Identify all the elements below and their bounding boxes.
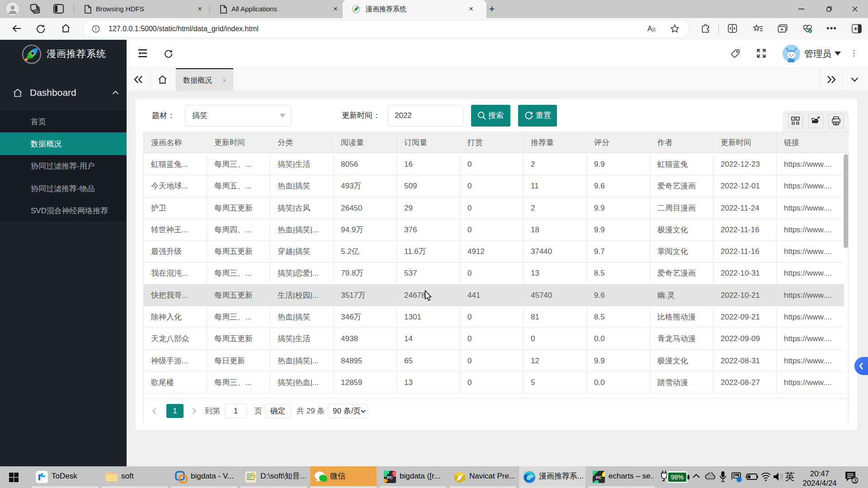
svg-text:98%: 98% bbox=[671, 474, 684, 481]
svg-text:PC: PC bbox=[596, 475, 602, 480]
svg-text:PC: PC bbox=[387, 475, 393, 480]
svg-text:3: 3 bbox=[854, 478, 857, 484]
